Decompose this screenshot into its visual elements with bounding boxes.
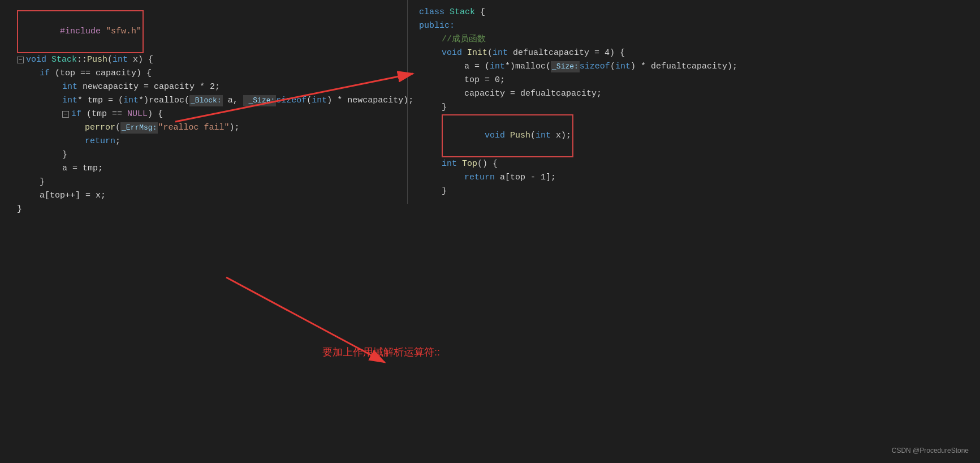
r-push-x: x); bbox=[551, 131, 571, 140]
block-label: _Block: bbox=[189, 95, 223, 107]
r-malloc-call: *)malloc( bbox=[505, 60, 551, 74]
code-line-return: return; bbox=[17, 135, 396, 148]
code-line-brace2: } bbox=[17, 175, 396, 189]
code-line-newcap: int newcapacity = capacity * 2; bbox=[17, 80, 396, 94]
r-return-val: a[top - 1]; bbox=[500, 171, 556, 185]
kw-if2: if bbox=[71, 108, 87, 121]
code-line-perror: perror(_ErrMsg:"realloc fail"); bbox=[17, 121, 396, 135]
ptr-star: * tmp = ( bbox=[77, 94, 123, 108]
r-top-open: () { bbox=[477, 157, 498, 171]
right-line-init: void Init(int defualtcapacity = 4) { bbox=[419, 46, 961, 60]
push-decl-highlight: void Push(int x); bbox=[442, 114, 573, 157]
newcap-text: newcapacity = capacity * 2; bbox=[77, 80, 220, 94]
r-type-int3: int bbox=[615, 60, 631, 74]
realloc-call: *)realloc( bbox=[139, 94, 189, 108]
right-line-comment: //成员函数 bbox=[419, 33, 961, 46]
code-line-func-def: − void Stack::Push(int x) { bbox=[17, 53, 396, 67]
scope-op: :: bbox=[77, 53, 87, 67]
string-realloc-fail: "realloc fail" bbox=[158, 121, 229, 135]
realloc-end: ) * newcapacity); bbox=[327, 94, 413, 108]
param-x: x) { bbox=[128, 53, 153, 67]
right-line-capacity: capacity = defualtcapacity; bbox=[419, 87, 961, 101]
r-func-top: Top bbox=[462, 157, 477, 171]
type-int3: int bbox=[62, 94, 77, 108]
right-line-return: return a[top - 1]; bbox=[419, 171, 961, 185]
code-line-if2: − if (tmp == NULL) { bbox=[17, 108, 396, 121]
r-sizeof-open: ( bbox=[610, 60, 615, 74]
right-line-brace2: } bbox=[419, 185, 961, 198]
include-hash: #include bbox=[60, 27, 106, 36]
type-int4: int bbox=[123, 94, 139, 108]
right-line-malloc: a = (int*)malloc(_Size:sizeof(int) * def… bbox=[419, 60, 961, 74]
kw-if1: if bbox=[40, 67, 55, 80]
r-brace1: } bbox=[442, 101, 447, 114]
code-line-include: #include "sfw.h" bbox=[17, 10, 396, 53]
keyword-void: void bbox=[26, 53, 51, 67]
annotation-scope-operator: 要加上作用域解析运算符:: bbox=[322, 345, 440, 359]
perror-open: ( bbox=[115, 121, 120, 135]
if-cond1: (top == capacity) { bbox=[55, 67, 152, 80]
code-line-push-body: a[top++] = x; bbox=[17, 189, 396, 203]
code-line-atmp: a = tmp; bbox=[17, 162, 396, 175]
r-brace2: } bbox=[442, 185, 447, 198]
r-defualt: defualtcapacity = 4) { bbox=[508, 46, 625, 60]
r-class-stack: Stack bbox=[450, 6, 475, 19]
a-tmp: a = tmp; bbox=[62, 162, 103, 175]
include-highlight-box: #include "sfw.h" bbox=[17, 10, 144, 53]
r-top: top = 0; bbox=[464, 74, 505, 87]
watermark: CSDN @ProcedureStone bbox=[892, 447, 969, 455]
collapse-icon-if2[interactable]: − bbox=[62, 111, 69, 118]
brace-close1: } bbox=[62, 148, 67, 162]
realloc-a: a, bbox=[223, 94, 243, 108]
r-type-int2: int bbox=[490, 60, 505, 74]
right-line-top-func: int Top() { bbox=[419, 157, 961, 171]
null-kw: NULL bbox=[127, 108, 148, 121]
r-kw-return: return bbox=[464, 171, 500, 185]
r-comment-members: //成员函数 bbox=[442, 33, 486, 46]
type-int5: int bbox=[312, 94, 327, 108]
if-brace: ) { bbox=[148, 108, 163, 121]
brace-close2: } bbox=[40, 175, 45, 189]
r-type-int4: int bbox=[536, 131, 551, 140]
right-panel: class Stack { public: //成员函数 void Init(i… bbox=[407, 0, 973, 204]
r-malloc-end: ) * defualtcapacity); bbox=[631, 60, 737, 74]
r-a-assign: a = ( bbox=[464, 60, 490, 74]
r-func-init: Init bbox=[467, 46, 487, 60]
left-panel: #include "sfw.h" − void Stack::Push(int … bbox=[0, 0, 407, 222]
right-line-class: class Stack { bbox=[419, 6, 961, 19]
collapse-icon-func[interactable]: − bbox=[17, 57, 24, 63]
push-assign: a[top++] = x; bbox=[40, 189, 106, 203]
class-name-stack: Stack bbox=[51, 53, 77, 67]
type-int2: int bbox=[62, 80, 77, 94]
code-line-if1: if (top == capacity) { bbox=[17, 67, 396, 80]
r-func-push: Push bbox=[510, 131, 530, 140]
r-size-label: _Size: bbox=[551, 61, 580, 73]
code-container: #include "sfw.h" − void Stack::Push(int … bbox=[0, 0, 980, 463]
type-int: int bbox=[113, 53, 128, 67]
r-kw-public: public: bbox=[419, 19, 455, 33]
sizeof-kw: sizeof bbox=[276, 94, 306, 108]
right-line-brace1: } bbox=[419, 101, 961, 114]
r-class-brace: { bbox=[475, 6, 485, 19]
code-line-brace1: } bbox=[17, 148, 396, 162]
semicolon-return: ; bbox=[115, 135, 120, 148]
func-perror: perror bbox=[85, 121, 115, 135]
r-kw-void: void bbox=[442, 46, 467, 60]
r-push-params: ( bbox=[530, 131, 536, 140]
r-capacity: capacity = defualtcapacity; bbox=[464, 87, 602, 101]
brace-close3: } bbox=[17, 203, 22, 216]
r-type-int: int bbox=[493, 46, 508, 60]
func-name-push: Push bbox=[87, 53, 107, 67]
errmsg-label: _ErrMsg: bbox=[120, 122, 158, 134]
right-line-top: top = 0; bbox=[419, 74, 961, 87]
r-top-func bbox=[457, 157, 462, 171]
perror-close: ); bbox=[229, 121, 239, 135]
include-file: "sfw.h" bbox=[106, 27, 141, 36]
r-kw-void2: void bbox=[485, 131, 510, 140]
code-line-realloc: int* tmp = (int*)realloc(_Block: a, _Siz… bbox=[17, 94, 396, 108]
size-label: _Size: bbox=[243, 95, 277, 107]
code-line-brace3: } bbox=[17, 203, 396, 216]
right-line-public: public: bbox=[419, 19, 961, 33]
r-type-int5: int bbox=[442, 157, 457, 171]
sizeof-int: ( bbox=[306, 94, 312, 108]
